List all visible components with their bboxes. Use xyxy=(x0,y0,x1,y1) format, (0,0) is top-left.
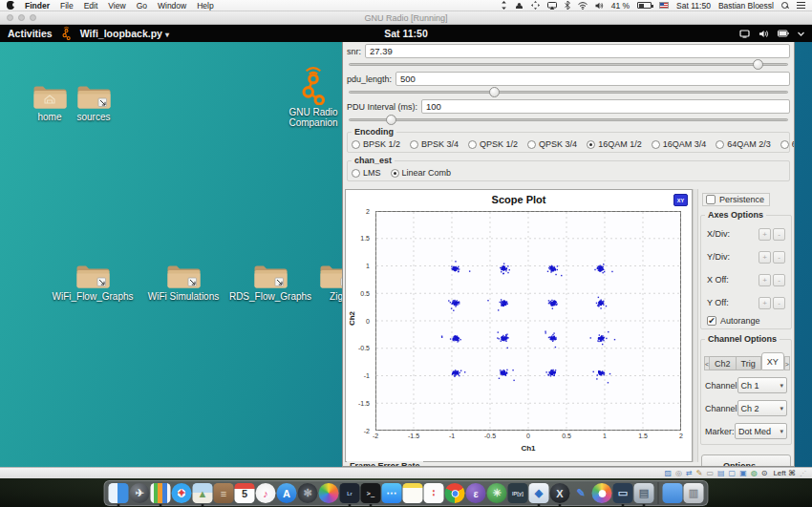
encoding-radio-16qam-3-4[interactable]: 16QAM 3/4 xyxy=(652,139,707,149)
optical-drive-icon[interactable]: ◎ xyxy=(675,469,682,478)
marker-dot-med-dropdown[interactable]: Dot Med▾ xyxy=(735,423,787,439)
volume-icon[interactable] xyxy=(595,2,604,10)
apple-icon[interactable] xyxy=(7,1,14,10)
windows-icon[interactable]: ▢ xyxy=(729,469,737,478)
wifi-icon[interactable] xyxy=(578,2,588,10)
tab-ch2[interactable]: Ch2 xyxy=(710,356,737,370)
dock-icon-notes[interactable] xyxy=(403,483,423,503)
increment-button[interactable]: + xyxy=(759,251,771,264)
input-source-flag-icon[interactable] xyxy=(659,2,669,9)
channel-ch-1-dropdown[interactable]: Ch 1▾ xyxy=(737,377,787,393)
dock-icon-emacs[interactable]: ε xyxy=(466,483,486,503)
menubar-clock[interactable]: Sat 11:50 xyxy=(676,1,711,11)
chevron-down-icon[interactable] xyxy=(798,32,804,36)
dock-icon-lightroom[interactable]: Lr xyxy=(340,483,360,503)
dock-icon-downloads-folder[interactable] xyxy=(663,483,683,503)
dock-icon-xquartz[interactable]: X xyxy=(550,483,570,503)
tab-scroll-right-icon[interactable]: > xyxy=(784,356,790,370)
channel-ch-2-dropdown[interactable]: Ch 2▾ xyxy=(737,400,787,416)
tab-trig[interactable]: Trig xyxy=(737,356,761,370)
dock-icon-app-store[interactable]: A xyxy=(277,483,297,503)
increment-button[interactable]: + xyxy=(759,228,771,241)
decrement-button[interactable]: - xyxy=(773,228,785,241)
menu-item-finder[interactable]: Finder xyxy=(25,1,50,11)
display-icon[interactable] xyxy=(739,30,750,38)
snr-slider-handle[interactable] xyxy=(753,59,763,70)
display-icon[interactable]: ▤ xyxy=(717,469,725,478)
decrement-button[interactable]: - xyxy=(773,251,785,264)
pdu-interval-slider-handle[interactable] xyxy=(386,115,396,125)
desktop-icon-wifi-flow-graphs[interactable]: WiFi_Flow_Graphs xyxy=(49,264,137,302)
dock-icon-chrome[interactable] xyxy=(445,483,465,503)
virtualbox-features-icon[interactable]: ▣ xyxy=(739,469,747,478)
dock-icon-green-app[interactable]: ✳ xyxy=(487,483,507,503)
gnome-clock[interactable]: Sat 11:50 xyxy=(0,28,812,39)
pdu-interval-field[interactable]: 100 xyxy=(421,99,790,114)
dock-icon-latexit-pen[interactable]: ✎ xyxy=(571,483,591,503)
chan-est-radio-lms[interactable]: LMS xyxy=(352,168,381,178)
moom-icon[interactable] xyxy=(531,1,540,10)
increment-button[interactable]: + xyxy=(759,274,771,286)
tab-xy[interactable]: XY xyxy=(761,352,784,370)
notification-center-icon[interactable] xyxy=(797,2,805,9)
menu-item-file[interactable]: File xyxy=(60,1,74,11)
pdu-length-slider[interactable] xyxy=(349,88,788,96)
desktop-icon-wifi-simulations[interactable]: WiFi Simulations xyxy=(139,264,227,302)
menu-item-go[interactable]: Go xyxy=(137,1,147,11)
dock-icon-mail-images[interactable]: ▤ xyxy=(634,483,654,503)
xy-mode-button[interactable]: XY xyxy=(673,194,688,206)
tunnelblick-icon[interactable] xyxy=(515,2,524,10)
volume-icon[interactable] xyxy=(759,30,769,38)
pen-integration-icon[interactable]: ✎ xyxy=(696,469,703,478)
battery-icon[interactable] xyxy=(637,2,652,9)
persistence-checkbox[interactable]: Persistence xyxy=(702,193,770,206)
menu-item-help[interactable]: Help xyxy=(197,1,213,11)
spotlight-search-icon[interactable] xyxy=(781,2,789,10)
dock-icon-mission-control[interactable] xyxy=(151,483,171,503)
encoding-radio-qpsk-3-4[interactable]: QPSK 3/4 xyxy=(527,139,577,149)
dock-icon-color-sphere[interactable] xyxy=(319,483,339,503)
hard-disk-icon[interactable]: ▨ xyxy=(665,469,673,478)
encoding-radio-64qam-2-3[interactable]: 64QAM 2/3 xyxy=(716,139,771,149)
encoding-radio-bpsk-3-4[interactable]: BPSK 3/4 xyxy=(410,139,459,149)
encoding-radio-bpsk-1-2[interactable]: BPSK 1/2 xyxy=(352,139,400,149)
decrement-button[interactable]: - xyxy=(773,297,785,309)
menu-item-view[interactable]: View xyxy=(108,1,125,11)
autorange-checkbox[interactable]: ✔ Autorange xyxy=(705,314,787,326)
dock-icon-preview[interactable]: ▲ xyxy=(193,483,213,503)
dock-icon-shutter[interactable]: ✻ xyxy=(298,483,318,503)
menu-item-edit[interactable]: Edit xyxy=(84,1,98,11)
pdu-length-slider-handle[interactable] xyxy=(489,87,500,97)
menu-item-window[interactable]: Window xyxy=(158,1,186,11)
dock-icon-ipython[interactable]: IP[y] xyxy=(508,483,528,503)
dock-icon-trash[interactable]: ▥ xyxy=(684,483,704,503)
snr-slider[interactable] xyxy=(349,60,788,69)
dock-icon-safari[interactable]: ✦ xyxy=(172,483,192,503)
shared-folders-icon[interactable]: ▭ xyxy=(706,469,714,478)
network-adapters-icon[interactable]: ⇄ xyxy=(686,469,693,478)
desktop-icon-sources[interactable]: sources xyxy=(50,84,138,122)
decrement-button[interactable]: - xyxy=(773,274,785,286)
dock-icon-contacts[interactable]: ≡ xyxy=(214,483,234,503)
dock-icon-calendar[interactable]: 5 xyxy=(235,483,255,503)
dock-icon-screen-sharing[interactable]: ▭ xyxy=(613,483,633,503)
dock-icon-music[interactable]: ♪ xyxy=(256,483,276,503)
chan-est-radio-linear-comb[interactable]: Linear Comb xyxy=(391,168,452,178)
updown-arrows-icon[interactable] xyxy=(501,1,507,10)
encoding-radio-qpsk-1-2[interactable]: QPSK 1/2 xyxy=(468,139,518,149)
snr-field[interactable]: 27.39 xyxy=(365,44,790,58)
increment-button[interactable]: + xyxy=(759,297,771,309)
pdu-length-field[interactable]: 500 xyxy=(395,72,790,86)
plot-canvas[interactable] xyxy=(375,211,681,431)
checkbox-icon[interactable] xyxy=(706,195,716,204)
dock-icon-launchpad[interactable]: ✈ xyxy=(130,483,150,503)
gnome-system-tray[interactable] xyxy=(739,30,804,38)
encoding-radio-64qam-3-4[interactable]: 64QAM 3/4 xyxy=(780,139,795,149)
airplay-display-icon[interactable] xyxy=(547,2,557,10)
dock-icon-messages[interactable]: ⋯ xyxy=(382,483,402,503)
bluetooth-icon[interactable] xyxy=(565,1,570,10)
resize-grip[interactable]: ⋰ xyxy=(800,470,806,477)
battery-icon[interactable] xyxy=(778,30,789,37)
dock-icon-terminal[interactable]: >_ xyxy=(361,483,381,503)
encoding-radio-16qam-1-2[interactable]: 16QAM 1/2 xyxy=(587,139,642,149)
